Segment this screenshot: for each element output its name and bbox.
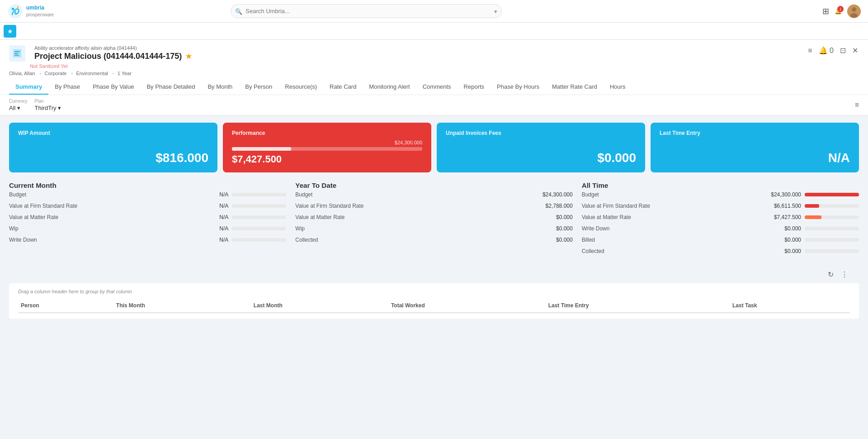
current-month-heading: Current Month bbox=[9, 181, 286, 189]
project-category: Environmental bbox=[76, 71, 108, 76]
col-total-worked: Total Worked bbox=[388, 299, 546, 313]
cm-wip-value: N/A bbox=[192, 225, 228, 232]
cm-wip-bar bbox=[232, 227, 286, 230]
tab-by-month[interactable]: By Month bbox=[201, 80, 239, 95]
project-duration: 1 Year bbox=[118, 71, 132, 76]
cm-vfsr-label: Value at Firm Standard Rate bbox=[9, 203, 189, 209]
tab-monitoring-alert[interactable]: Monitoring Alert bbox=[363, 80, 416, 95]
plan-select[interactable]: ThirdTry ▾ bbox=[35, 105, 61, 111]
header-menu-button[interactable]: ≡ bbox=[807, 46, 813, 56]
at-billed-label: Billed bbox=[582, 237, 761, 243]
logo-icon bbox=[7, 3, 24, 19]
at-vfsr-label: Value at Firm Standard Rate bbox=[582, 203, 761, 209]
at-vmr-label: Value at Matter Rate bbox=[582, 214, 761, 220]
at-budget-value: $24,300.000 bbox=[765, 191, 801, 198]
ytd-collected-value: $0.000 bbox=[537, 237, 573, 243]
header-resize-button[interactable]: ⊡ bbox=[839, 45, 847, 56]
project-star[interactable]: ★ bbox=[185, 52, 192, 61]
header-close-button[interactable]: ✕ bbox=[851, 45, 859, 56]
cm-budget-label: Budget bbox=[9, 191, 189, 198]
tab-comments[interactable]: Comments bbox=[416, 80, 458, 95]
project-icon bbox=[9, 45, 25, 62]
at-vmr-value: $7,427.500 bbox=[765, 214, 801, 220]
tab-hours[interactable]: Hours bbox=[604, 80, 632, 95]
kpi-perf-target: $24,300.000 bbox=[232, 140, 422, 145]
ytd-wip-label: Wip bbox=[295, 225, 533, 232]
svg-point-5 bbox=[850, 13, 858, 18]
data-row: Value at Matter Rate N/A bbox=[9, 212, 286, 223]
kpi-performance: Performance $24,300.000 $7,427.500 bbox=[223, 123, 431, 172]
cm-vmr-value: N/A bbox=[192, 214, 228, 220]
at-vfsr-value: $6,611.500 bbox=[765, 203, 801, 209]
tab-summary[interactable]: Summary bbox=[9, 80, 48, 95]
cm-budget-value: N/A bbox=[192, 191, 228, 198]
at-wd-bar bbox=[805, 227, 859, 230]
tab-by-phase-detailed[interactable]: By Phase Detailed bbox=[140, 80, 201, 95]
ytd-section: Year To Date Budget $24,300.000 Value at… bbox=[295, 181, 572, 257]
kpi-unpaid-value: $0.000 bbox=[446, 151, 636, 165]
svg-point-1 bbox=[12, 7, 14, 10]
data-row: Budget $24,300.000 bbox=[582, 189, 859, 200]
data-row: Write Down N/A bbox=[9, 234, 286, 245]
ytd-vmr-label: Value at Matter Rate bbox=[295, 214, 533, 220]
filter-menu-icon[interactable]: ≡ bbox=[855, 101, 859, 109]
plan-label: Plan bbox=[35, 99, 61, 104]
notification-bell[interactable]: 🔔 1 bbox=[835, 8, 842, 14]
nav-tabs: Summary By Phase Phase By Value By Phase… bbox=[9, 80, 859, 95]
svg-rect-7 bbox=[14, 51, 20, 52]
at-collected-bar bbox=[805, 249, 859, 253]
svg-point-2 bbox=[17, 6, 19, 8]
kpi-perf-value: $7,427.500 bbox=[232, 153, 422, 165]
cm-budget-bar bbox=[232, 193, 286, 196]
logo-text: umbria prosperoware bbox=[26, 5, 54, 18]
kpi-lte-value: N/A bbox=[660, 151, 850, 165]
search-icon: 🔍 bbox=[235, 8, 242, 14]
kpi-row: WIP Amount $816.000 Performance $24,300.… bbox=[9, 123, 859, 172]
project-meta: Olivia, Allan • Corporate • Environmenta… bbox=[9, 71, 859, 76]
table-section: Drag a column header here to group by th… bbox=[9, 283, 859, 319]
data-row: Value at Matter Rate $7,427.500 bbox=[582, 212, 859, 223]
at-budget-bar bbox=[805, 193, 859, 196]
header-bell-button[interactable]: 🔔 0 bbox=[818, 45, 835, 56]
search-dropdown-icon[interactable]: ▾ bbox=[494, 8, 497, 14]
tab-by-phase[interactable]: By Phase bbox=[48, 80, 86, 95]
refresh-button[interactable]: ↻ bbox=[826, 268, 835, 281]
at-billed-bar bbox=[805, 238, 859, 242]
currency-select[interactable]: All ▾ bbox=[9, 105, 28, 111]
tab-by-person[interactable]: By Person bbox=[239, 80, 278, 95]
data-row: Wip N/A bbox=[9, 223, 286, 234]
grid-icon[interactable]: ⊞ bbox=[822, 6, 829, 16]
table-header: Person This Month Last Month Total Worke… bbox=[18, 299, 850, 313]
tab-rate-card[interactable]: Rate Card bbox=[323, 80, 363, 95]
user-avatar[interactable] bbox=[847, 5, 861, 18]
currency-filter: Currency All ▾ bbox=[9, 99, 28, 111]
star-tab[interactable]: ★ bbox=[4, 25, 16, 38]
kpi-perf-bar-bg bbox=[232, 147, 422, 151]
kpi-perf-bar-fill bbox=[232, 147, 291, 151]
more-options-button[interactable]: ⋮ bbox=[839, 268, 850, 281]
data-row: Write Down $0.000 bbox=[582, 223, 859, 234]
tab-reports[interactable]: Reports bbox=[458, 80, 491, 95]
bottom-toolbar: ↻ ⋮ bbox=[9, 266, 859, 283]
cm-vfsr-value: N/A bbox=[192, 203, 228, 209]
tab-matter-rate-card[interactable]: Matter Rate Card bbox=[546, 80, 604, 95]
kpi-wip-amount: WIP Amount $816.000 bbox=[9, 123, 217, 172]
tab-phase-by-hours[interactable]: Phase By Hours bbox=[491, 80, 546, 95]
kpi-perf-area: $24,300.000 $7,427.500 bbox=[232, 140, 422, 165]
col-this-month: This Month bbox=[113, 299, 251, 313]
data-row: Budget N/A bbox=[9, 189, 286, 200]
tab-resources[interactable]: Resource(s) bbox=[278, 80, 323, 95]
project-header: Ability accelerator affinity ailsin alph… bbox=[0, 40, 868, 95]
drag-hint: Drag a column header here to group by th… bbox=[18, 289, 850, 294]
cm-vmr-label: Value at Matter Rate bbox=[9, 214, 189, 220]
all-time-heading: All Time bbox=[582, 181, 859, 189]
data-row: Budget $24,300.000 bbox=[295, 189, 572, 200]
tab-phase-by-value[interactable]: Phase By Value bbox=[86, 80, 141, 95]
data-row: Collected $0.000 bbox=[295, 234, 572, 245]
project-title: Project Malicious (041444.041444-175) ★ bbox=[34, 52, 192, 61]
cm-wip-label: Wip bbox=[9, 225, 189, 232]
cm-wd-value: N/A bbox=[192, 237, 228, 243]
search-input[interactable] bbox=[231, 4, 502, 18]
at-wd-label: Write Down bbox=[582, 225, 761, 232]
tab-bar: ★ bbox=[0, 23, 868, 40]
